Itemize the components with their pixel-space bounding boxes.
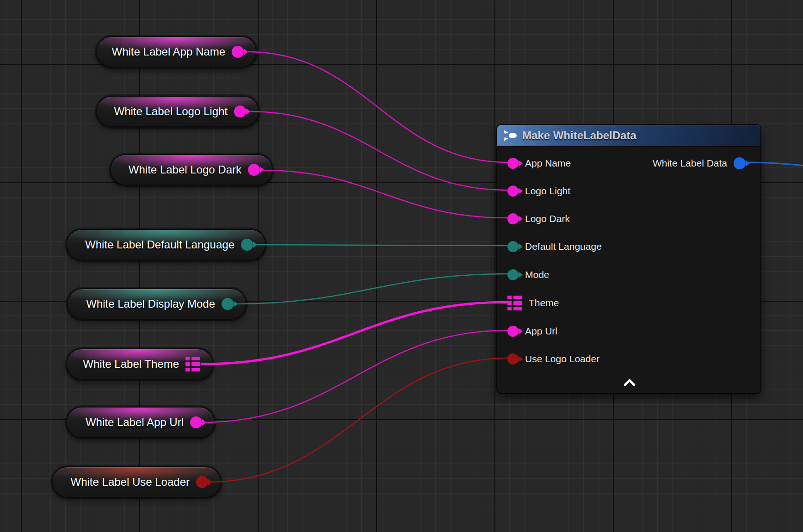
getter-label: White Label Default Language [85, 238, 235, 251]
wire-app-url[interactable] [203, 330, 508, 422]
pin-label: Logo Light [525, 186, 570, 197]
input-row-logo-dark: Logo Dark [507, 213, 570, 224]
wire-theme[interactable] [202, 302, 508, 364]
wire-default-language[interactable] [254, 245, 508, 246]
getter-label: White Label Logo Light [114, 105, 228, 118]
input-row-app-url: App Url [507, 326, 557, 337]
getter-node-app-url[interactable]: White Label App Url [66, 407, 215, 438]
output-pin-string[interactable] [232, 46, 244, 58]
getter-label: White Label Theme [83, 358, 179, 371]
node-header[interactable]: Make WhiteLabelData [497, 125, 760, 147]
input-pin-string[interactable] [507, 213, 519, 224]
getter-node-use-loader[interactable]: White Label Use Loader [52, 466, 221, 498]
getter-node-logo-light[interactable]: White Label Logo Light [96, 96, 259, 127]
pin-label: White Label Data [653, 158, 727, 169]
input-row-logo-light: Logo Light [507, 186, 570, 197]
input-row-use-logo-loader: Use Logo Loader [507, 353, 599, 365]
getter-node-logo-dark[interactable]: White Label Logo Dark [110, 154, 273, 186]
getter-label: White Label Display Mode [86, 297, 215, 310]
input-pin-string[interactable] [507, 326, 519, 337]
input-row-mode: Mode [507, 269, 550, 280]
input-pin-string[interactable] [507, 158, 519, 169]
output-pin-string[interactable] [234, 105, 246, 118]
pin-label: Theme [529, 297, 559, 309]
output-pin-string[interactable] [248, 164, 260, 176]
output-pin-bool[interactable] [196, 476, 208, 488]
getter-node-theme[interactable]: White Label Theme [66, 348, 213, 380]
pin-label: App Name [525, 158, 571, 169]
wire-app-name[interactable] [247, 52, 508, 162]
getter-label: White Label Use Loader [71, 476, 190, 489]
wire-display-mode[interactable] [234, 274, 508, 304]
make-struct-icon [504, 130, 518, 141]
make-whitelabeldata-node[interactable]: Make WhiteLabelData App Name Logo Light … [496, 124, 761, 394]
pin-label: Logo Dark [525, 213, 570, 224]
pin-label: Mode [525, 269, 550, 280]
pin-label: Use Logo Loader [525, 353, 599, 365]
output-pin-struct-icon[interactable] [185, 357, 200, 371]
input-pin-enum[interactable] [507, 269, 519, 280]
wire-use-loader[interactable] [209, 358, 508, 482]
input-row-theme: Theme [507, 296, 559, 310]
getter-label: White Label App Url [86, 416, 184, 429]
output-pin-struct[interactable] [734, 157, 746, 169]
collapse-chevron-icon[interactable] [623, 378, 636, 387]
input-row-app-name: App Name [507, 158, 571, 169]
getter-label: White Label App Name [112, 45, 225, 58]
wire-logo-light[interactable] [249, 111, 508, 190]
input-row-default-language: Default Language [507, 241, 602, 252]
input-pin-struct-icon[interactable] [507, 296, 522, 310]
output-row-white-label-data: White Label Data [653, 157, 746, 169]
pin-label: Default Language [525, 241, 602, 252]
getter-node-app-name[interactable]: White Label App Name [96, 36, 257, 68]
output-pin-enum[interactable] [241, 239, 253, 251]
node-title: Make WhiteLabelData [522, 129, 636, 142]
getter-node-default-language[interactable]: White Label Default Language [66, 229, 266, 260]
input-pin-bool[interactable] [507, 353, 519, 365]
getter-node-display-mode[interactable]: White Label Display Mode [67, 288, 247, 320]
getter-label: White Label Logo Dark [129, 163, 241, 176]
pin-label: App Url [525, 326, 557, 337]
input-pin-string[interactable] [507, 186, 519, 197]
input-pin-enum[interactable] [507, 241, 519, 252]
wire-logo-dark[interactable] [261, 170, 508, 218]
output-pin-string[interactable] [190, 416, 202, 428]
blueprint-graph-canvas[interactable]: White Label App Name White Label Logo Li… [0, 0, 803, 532]
output-pin-enum[interactable] [222, 298, 234, 310]
